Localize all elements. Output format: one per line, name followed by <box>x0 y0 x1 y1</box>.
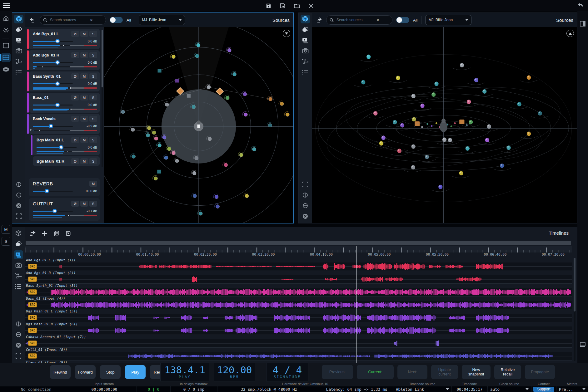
status-dropdown[interactable]: Pre... <box>556 387 588 392</box>
duplicate-icon[interactable] <box>54 231 59 237</box>
search-sources-box[interactable]: ✕ <box>40 15 106 25</box>
master-mute-button[interactable]: M <box>2 225 10 234</box>
source-dot[interactable] <box>245 194 249 198</box>
rewind-button[interactable]: Rewind <box>50 365 71 379</box>
media-icon[interactable] <box>14 36 23 45</box>
discs-icon[interactable] <box>14 25 23 34</box>
folder-open-icon[interactable] <box>294 3 300 8</box>
timeline-track[interactable]: Claps_01 (Input (9)) SRC <box>25 360 572 363</box>
track-waveform[interactable]: SRC <box>25 301 572 309</box>
source-list-scrollbar[interactable] <box>102 30 103 167</box>
forward-button[interactable]: Forward <box>75 365 96 379</box>
source-row[interactable]: Bgs Main_01 L Ø M S 0.0 dB <box>33 135 100 155</box>
routing-icon[interactable] <box>14 57 23 66</box>
camera-icon[interactable] <box>301 47 310 55</box>
source-row[interactable]: Bass_01 Ø M S 0.0 dB <box>29 93 100 113</box>
track-waveform[interactable]: SRC <box>25 326 572 335</box>
source-sphere[interactable] <box>469 120 473 125</box>
source-row[interactable]: Bgs Main_01 R Ø M S 0.0 dB <box>33 156 100 166</box>
track-waveform[interactable]: SRC <box>25 275 572 283</box>
all-toggle-right[interactable] <box>396 17 409 23</box>
routing-icon[interactable] <box>301 57 310 66</box>
fullscreen-icon[interactable] <box>14 351 23 360</box>
source-sphere[interactable] <box>393 120 397 125</box>
clear-search-icon[interactable]: ✕ <box>376 18 380 22</box>
track-waveform[interactable]: SRC <box>25 314 572 322</box>
mute-button[interactable]: M <box>80 137 88 143</box>
source-sphere[interactable] <box>434 81 438 86</box>
source-square-marker[interactable] <box>187 94 191 98</box>
reverb-level-slider[interactable] <box>33 189 73 193</box>
source-row[interactable]: Add Bgs_01 L Ø M S 0.0 dB <box>29 29 100 49</box>
source-sphere[interactable] <box>500 164 504 168</box>
add-timeline-icon[interactable] <box>42 231 47 236</box>
timeline-track[interactable]: Add Bgs_01 L (Input (1)) SRC <box>25 258 572 271</box>
source-sphere[interactable] <box>438 185 442 189</box>
save-icon[interactable] <box>266 3 272 9</box>
cylinder-icon[interactable] <box>301 201 310 210</box>
source-dot[interactable] <box>197 43 200 47</box>
snapshot-current-button[interactable]: Current: <box>357 365 394 379</box>
timeline-scrollbar[interactable] <box>574 258 576 361</box>
source-sphere[interactable] <box>517 102 521 106</box>
view-expand-icon[interactable] <box>566 30 574 37</box>
delete-icon[interactable] <box>66 231 71 236</box>
snapshot-next-button[interactable]: Next: <box>397 365 427 379</box>
track-waveform[interactable]: SRC <box>25 352 572 360</box>
source-dot[interactable] <box>192 105 196 109</box>
expand-group-icon[interactable] <box>30 128 32 131</box>
source-dot[interactable] <box>172 151 175 155</box>
list-icon[interactable] <box>301 68 310 76</box>
source-sphere[interactable] <box>448 138 452 142</box>
source-sphere[interactable] <box>506 145 511 150</box>
camera-icon[interactable] <box>14 47 23 55</box>
source-dot[interactable] <box>193 194 197 198</box>
source-sphere[interactable] <box>442 137 446 142</box>
phase-button[interactable]: Ø <box>71 137 79 143</box>
save-as-icon[interactable] <box>280 3 286 9</box>
source-dot[interactable] <box>195 54 199 58</box>
source-sphere[interactable] <box>411 94 415 98</box>
source-dot[interactable] <box>286 113 289 116</box>
snapshot-propagate-button[interactable]: Propagate <box>525 365 555 379</box>
timeline-track[interactable]: Bgs Main_01 R (Input (6)) SRC <box>25 322 572 335</box>
phase-button[interactable]: Ø <box>71 95 79 100</box>
track-waveform[interactable]: SRC <box>25 288 572 296</box>
output-mute-button[interactable]: M <box>80 201 88 207</box>
source-sphere[interactable] <box>431 92 436 97</box>
snapshot-relative-recall-button[interactable]: Relativerecall <box>494 365 521 379</box>
phase-button[interactable]: Ø <box>71 31 79 37</box>
mute-button[interactable]: M <box>80 52 88 58</box>
source-sphere[interactable] <box>381 135 386 140</box>
source-dot[interactable] <box>215 195 218 199</box>
split-circle-icon[interactable] <box>14 320 23 328</box>
timeline-track[interactable]: Add Bgs_01 R (Input (2)) SRC <box>25 271 572 283</box>
cube-icon[interactable] <box>14 15 23 23</box>
source-sphere[interactable] <box>361 80 365 84</box>
search-sources-box-right[interactable]: ✕ <box>326 15 392 25</box>
source-dot[interactable] <box>195 156 198 160</box>
source-dot[interactable] <box>132 154 135 158</box>
close-icon[interactable] <box>308 3 314 8</box>
mute-button[interactable]: M <box>80 116 88 122</box>
source-dot[interactable] <box>165 103 169 106</box>
source-sphere[interactable] <box>487 124 491 129</box>
solo-button[interactable]: S <box>89 95 97 100</box>
source-sphere[interactable] <box>366 55 371 59</box>
level-slider[interactable] <box>37 145 77 149</box>
source-dot[interactable] <box>146 134 150 137</box>
collapse-panel-icon[interactable] <box>29 17 36 23</box>
track-waveform[interactable]: SRC <box>25 262 572 271</box>
source-sphere[interactable] <box>400 123 404 128</box>
source-sphere[interactable] <box>467 100 471 104</box>
fullscreen-icon[interactable] <box>14 212 23 221</box>
cylinder-icon[interactable] <box>14 330 23 339</box>
mute-button[interactable]: M <box>80 158 88 164</box>
media-icon[interactable] <box>301 36 310 45</box>
phase-button[interactable]: Ø <box>71 116 79 122</box>
playhead[interactable] <box>356 246 356 363</box>
timeline-track[interactable]: Cabasa Accents_01 (Input (7)) SRC <box>25 335 572 347</box>
level-slider[interactable] <box>33 39 73 43</box>
home-icon[interactable] <box>1 14 11 23</box>
reverb-mute-button[interactable]: M <box>89 181 97 187</box>
